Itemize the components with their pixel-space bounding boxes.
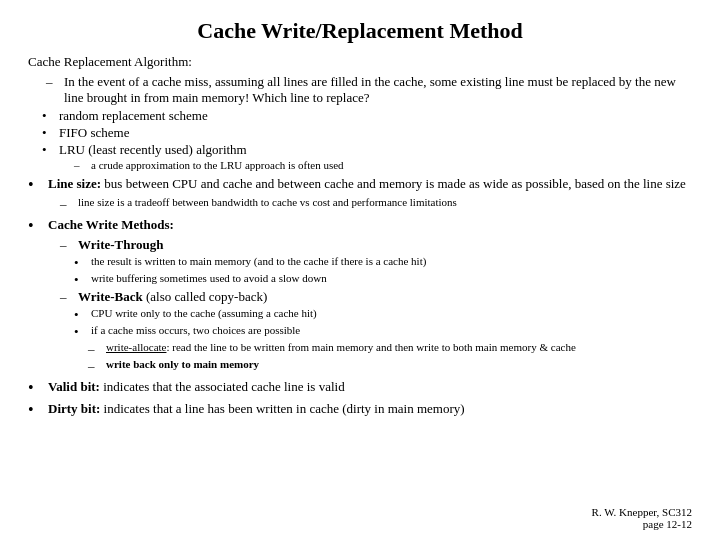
section-cache-replacement: Cache Replacement Algorithm: – In the ev… bbox=[28, 54, 692, 171]
bullet-valid-bit: • Valid bit: indicates that the associat… bbox=[28, 379, 692, 396]
sub-writeback-1: • CPU write only to the cache (assuming … bbox=[28, 307, 692, 323]
sub-sub-sub-lru-approx: – a crude approximation to the LRU appro… bbox=[28, 159, 692, 171]
sub-writeback-2: • if a cache miss occurs, two choices ar… bbox=[28, 324, 692, 340]
dash-line-size-tradeoff: – line size is a tradeoff between bandwi… bbox=[28, 196, 692, 212]
dash-write-through: – Write-Through bbox=[28, 237, 692, 253]
sub-bullet-lru: • LRU (least recently used) algorithm bbox=[28, 142, 692, 158]
bullet-cache-write: • Cache Write Methods: bbox=[28, 217, 692, 234]
section-label: Cache Replacement Algorithm: bbox=[28, 54, 692, 70]
sub-write-back-only: – write back only to main memory bbox=[28, 358, 692, 374]
dash-item-1: – In the event of a cache miss, assuming… bbox=[28, 74, 692, 106]
page-title: Cache Write/Replacement Method bbox=[28, 18, 692, 44]
sub-bullet-fifo: • FIFO scheme bbox=[28, 125, 692, 141]
dash-write-back: – Write-Back (also called copy-back) bbox=[28, 289, 692, 305]
sub-write-allocate: – write-allocate: read the line to be wr… bbox=[28, 341, 692, 357]
bullet-dirty-bit: • Dirty bit: indicates that a line has b… bbox=[28, 401, 692, 418]
sub-writethrough-2: • write buffering sometimes used to avoi… bbox=[28, 272, 692, 288]
page: Cache Write/Replacement Method Cache Rep… bbox=[0, 0, 720, 540]
footer: R. W. Knepper, SC312 page 12-12 bbox=[592, 506, 692, 530]
sub-writethrough-1: • the result is written to main memory (… bbox=[28, 255, 692, 271]
bullet-line-size: • Line size: bus between CPU and cache a… bbox=[28, 176, 692, 193]
sub-bullet-random: • random replacement scheme bbox=[28, 108, 692, 124]
